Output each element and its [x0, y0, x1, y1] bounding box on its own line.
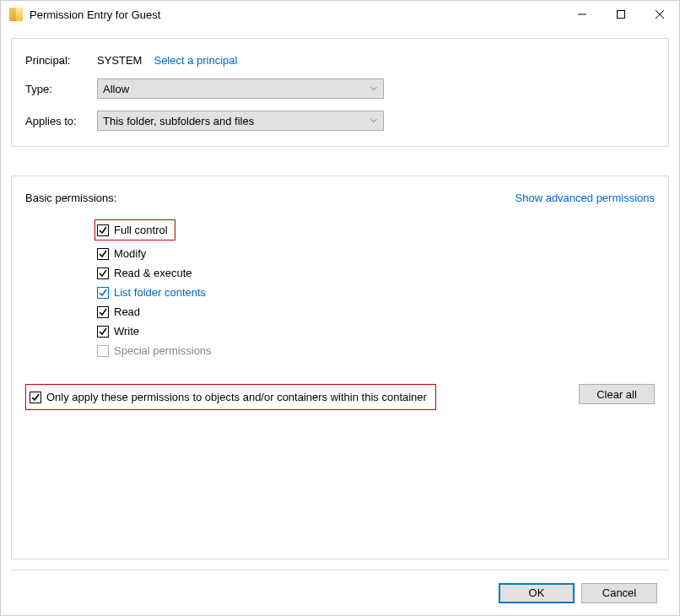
basic-permissions-label: Basic permissions: — [25, 192, 116, 204]
titlebar: Permission Entry for Guest — [1, 1, 679, 28]
special-permissions-checkbox — [97, 345, 109, 357]
window-controls — [563, 1, 679, 28]
select-principal-link[interactable]: Select a principal — [154, 54, 237, 67]
special-permissions-label: Special permissions — [114, 344, 212, 357]
principal-panel: Principal: SYSTEM Select a principal Typ… — [11, 38, 669, 147]
chevron-down-icon — [370, 118, 378, 123]
permission-read-execute: Read & execute — [97, 267, 655, 279]
type-select-value: Allow — [103, 83, 370, 95]
only-apply-checkbox[interactable] — [30, 392, 41, 403]
folder-icon — [9, 8, 23, 21]
permission-list-folder: List folder contents — [97, 286, 655, 299]
read-checkbox[interactable] — [97, 306, 109, 318]
write-checkbox[interactable] — [97, 326, 109, 338]
read-execute-checkbox[interactable] — [97, 267, 109, 279]
show-advanced-permissions-link[interactable]: Show advanced permissions — [515, 192, 655, 204]
permission-write: Write — [97, 325, 655, 338]
permissions-list: Full control Modify Read & execute List … — [97, 219, 655, 357]
ok-label: OK — [529, 586, 545, 599]
principal-label: Principal: — [25, 54, 97, 67]
applies-to-select-value: This folder, subfolders and files — [103, 115, 370, 127]
full-control-label: Full control — [114, 224, 168, 236]
close-button[interactable] — [640, 1, 679, 28]
ok-button[interactable]: OK — [499, 583, 575, 603]
permission-special: Special permissions — [97, 344, 655, 357]
window-title: Permission Entry for Guest — [30, 8, 563, 21]
modify-label: Modify — [114, 247, 146, 260]
clear-all-button[interactable]: Clear all — [579, 384, 655, 404]
content-area: Principal: SYSTEM Select a principal Typ… — [1, 28, 679, 615]
permission-full-control: Full control — [94, 219, 175, 240]
cancel-button[interactable]: Cancel — [581, 583, 657, 603]
only-apply-container: Only apply these permissions to objects … — [25, 384, 436, 410]
read-execute-label: Read & execute — [114, 267, 192, 279]
permission-entry-dialog: Permission Entry for Guest Principal: SY… — [0, 0, 680, 616]
chevron-down-icon — [370, 86, 378, 91]
modify-checkbox[interactable] — [97, 248, 109, 260]
applies-to-select[interactable]: This folder, subfolders and files — [97, 111, 384, 131]
principal-value: SYSTEM — [97, 54, 142, 67]
minimize-button[interactable] — [563, 1, 602, 28]
list-folder-label: List folder contents — [114, 286, 206, 299]
cancel-label: Cancel — [602, 586, 636, 599]
permission-modify: Modify — [97, 247, 655, 260]
read-label: Read — [114, 305, 140, 318]
permission-read: Read — [97, 305, 655, 318]
svg-rect-1 — [618, 11, 625, 19]
type-select[interactable]: Allow — [97, 78, 384, 99]
full-control-checkbox[interactable] — [97, 224, 109, 236]
applies-to-label: Applies to: — [25, 115, 97, 127]
only-apply-label: Only apply these permissions to objects … — [46, 391, 427, 403]
maximize-button[interactable] — [602, 1, 640, 28]
dialog-footer: OK Cancel — [11, 570, 669, 615]
permissions-panel: Basic permissions: Show advanced permiss… — [11, 176, 669, 559]
write-label: Write — [114, 325, 139, 338]
type-label: Type: — [25, 83, 97, 95]
clear-all-label: Clear all — [596, 388, 637, 401]
list-folder-checkbox[interactable] — [97, 287, 109, 299]
